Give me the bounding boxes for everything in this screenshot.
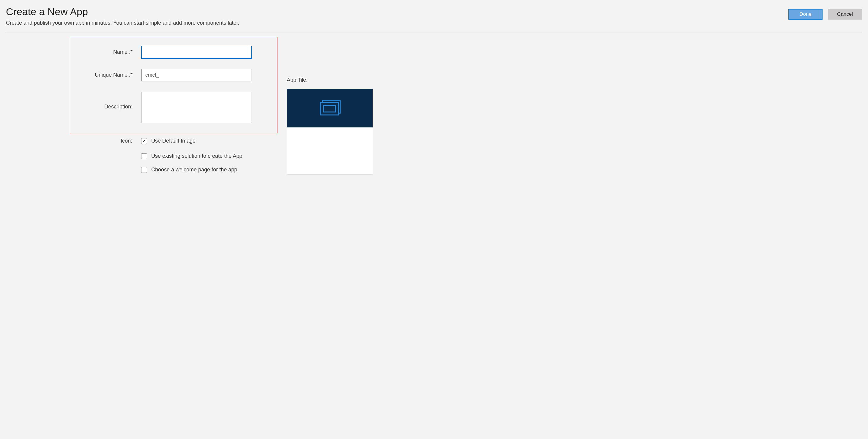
description-row: Description: — [82, 92, 266, 124]
app-tile-panel: App Tile: — [287, 37, 373, 180]
form-panel: Name :* Unique Name :* Description: Icon… — [70, 37, 278, 180]
name-label: Name :* — [82, 46, 142, 55]
app-tile-label: App Tile: — [287, 77, 373, 83]
app-tile-preview — [287, 89, 373, 175]
required-fields-highlight: Name :* Unique Name :* Description: — [70, 37, 278, 133]
use-default-image-checkbox[interactable] — [141, 138, 147, 144]
description-input-wrap — [142, 92, 266, 124]
name-input-wrap — [142, 46, 266, 59]
use-default-image-label: Use Default Image — [151, 138, 195, 144]
choose-welcome-page-label: Choose a welcome page for the app — [151, 167, 237, 173]
name-row: Name :* — [82, 46, 266, 59]
page-title: Create a New App — [6, 6, 788, 18]
choose-welcome-page-checkbox[interactable] — [141, 167, 147, 173]
header-buttons: Done Cancel — [788, 6, 862, 20]
unique-name-row: Unique Name :* — [82, 69, 266, 82]
unique-name-input-wrap — [142, 69, 266, 82]
use-existing-solution-label: Use existing solution to create the App — [151, 153, 242, 159]
icon-row: Icon: Use Default Image — [70, 138, 278, 144]
choose-welcome-page-row: Choose a welcome page for the app — [70, 167, 278, 173]
page-header: Create a New App Create and publish your… — [6, 6, 862, 32]
use-existing-solution-checkbox[interactable] — [141, 153, 147, 159]
choose-welcome-page-wrap: Choose a welcome page for the app — [141, 167, 237, 173]
use-existing-solution-wrap: Use existing solution to create the App — [141, 153, 242, 159]
done-button[interactable]: Done — [788, 9, 823, 20]
use-default-image-wrap: Use Default Image — [141, 138, 195, 144]
description-input[interactable] — [142, 92, 251, 123]
cancel-button[interactable]: Cancel — [828, 9, 862, 20]
page-subtitle: Create and publish your own app in minut… — [6, 20, 788, 26]
app-tile-header — [287, 89, 373, 127]
unique-name-label: Unique Name :* — [82, 69, 142, 78]
header-text-block: Create a New App Create and publish your… — [6, 6, 788, 26]
icon-label: Icon: — [82, 138, 141, 144]
app-tile-icon — [318, 99, 341, 117]
use-existing-solution-row: Use existing solution to create the App — [70, 153, 278, 159]
content-area: Name :* Unique Name :* Description: Icon… — [6, 37, 862, 180]
name-input[interactable] — [142, 46, 251, 59]
unique-name-input[interactable] — [142, 69, 251, 82]
description-label: Description: — [82, 92, 142, 110]
